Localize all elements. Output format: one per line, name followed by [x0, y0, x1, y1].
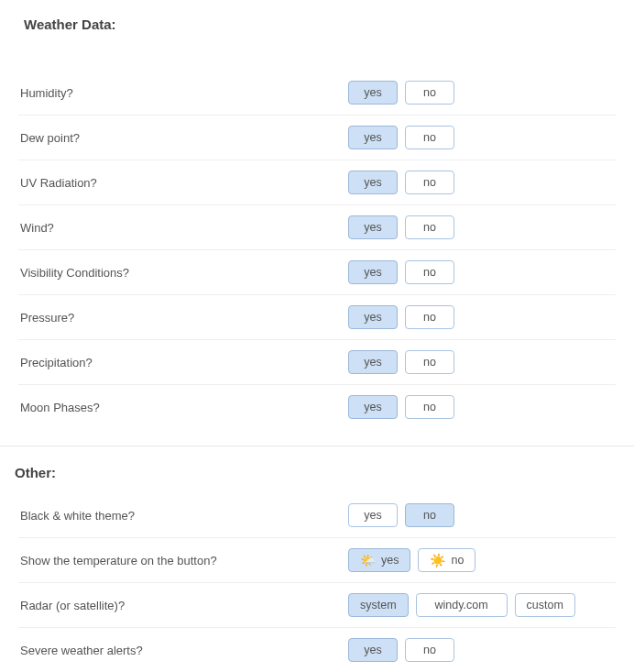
precipitation-no-button[interactable]: no [405, 350, 454, 374]
radar-system-button[interactable]: system [348, 593, 409, 617]
alerts-no-button[interactable]: no [405, 638, 454, 662]
label-uv: UV Radiation? [18, 176, 348, 190]
pressure-no-button[interactable]: no [405, 305, 454, 329]
radar-windy-button[interactable]: windy.com [416, 593, 508, 617]
bw-no-button[interactable]: no [405, 503, 454, 527]
row-uv: UV Radiation? yes no [18, 160, 616, 205]
label-pressure: Pressure? [18, 311, 348, 325]
visibility-no-button[interactable]: no [405, 260, 454, 284]
row-humidity: Humidity? yes no [18, 71, 616, 116]
moon-yes-button[interactable]: yes [348, 395, 398, 419]
row-bw-theme: Black & white theme? yes no [18, 493, 616, 538]
radar-custom-button[interactable]: custom [515, 593, 575, 617]
label-moon: Moon Phases? [18, 401, 348, 414]
label-temp-on-button: Show the temperature on the button? [18, 554, 348, 567]
temp-no-label: no [451, 554, 464, 567]
sun-temp-icon: 🌤️ [360, 554, 376, 567]
section-divider [0, 446, 634, 446]
wind-no-button[interactable]: no [405, 215, 454, 239]
precipitation-yes-button[interactable]: yes [348, 350, 398, 374]
label-humidity: Humidity? [18, 86, 348, 100]
row-alerts: Severe weather alerts? yes no [18, 628, 616, 672]
row-pressure: Pressure? yes no [18, 295, 616, 340]
label-bw-theme: Black & white theme? [18, 509, 348, 523]
temp-yes-label: yes [381, 554, 399, 567]
other-heading: Other: [15, 465, 616, 480]
label-radar: Radar (or satellite)? [18, 599, 348, 612]
label-wind: Wind? [18, 221, 348, 235]
sun-icon: ☀️ [430, 554, 445, 567]
alerts-yes-button[interactable]: yes [348, 638, 398, 662]
row-temp-on-button: Show the temperature on the button? 🌤️ y… [18, 538, 616, 583]
row-visibility: Visibility Conditions? yes no [18, 250, 616, 295]
label-dewpoint: Dew point? [18, 131, 348, 145]
visibility-yes-button[interactable]: yes [348, 260, 398, 284]
row-wind: Wind? yes no [18, 205, 616, 250]
dewpoint-no-button[interactable]: no [405, 126, 454, 149]
row-moon: Moon Phases? yes no [18, 385, 616, 429]
temp-no-button[interactable]: ☀️ no [418, 548, 476, 572]
row-dewpoint: Dew point? yes no [18, 116, 616, 160]
label-precipitation: Precipitation? [18, 356, 348, 369]
uv-yes-button[interactable]: yes [348, 171, 398, 194]
row-precipitation: Precipitation? yes no [18, 340, 616, 385]
pressure-yes-button[interactable]: yes [348, 305, 398, 329]
humidity-no-button[interactable]: no [405, 81, 454, 105]
uv-no-button[interactable]: no [405, 171, 454, 194]
bw-yes-button[interactable]: yes [348, 503, 398, 527]
wind-yes-button[interactable]: yes [348, 215, 398, 239]
label-visibility: Visibility Conditions? [18, 266, 348, 280]
humidity-yes-button[interactable]: yes [348, 81, 398, 105]
label-alerts: Severe weather alerts? [18, 644, 348, 657]
moon-no-button[interactable]: no [405, 395, 454, 419]
row-radar: Radar (or satellite)? system windy.com c… [18, 583, 616, 628]
temp-yes-button[interactable]: 🌤️ yes [348, 548, 410, 572]
dewpoint-yes-button[interactable]: yes [348, 126, 398, 149]
weather-data-heading: Weather Data: [24, 17, 616, 32]
